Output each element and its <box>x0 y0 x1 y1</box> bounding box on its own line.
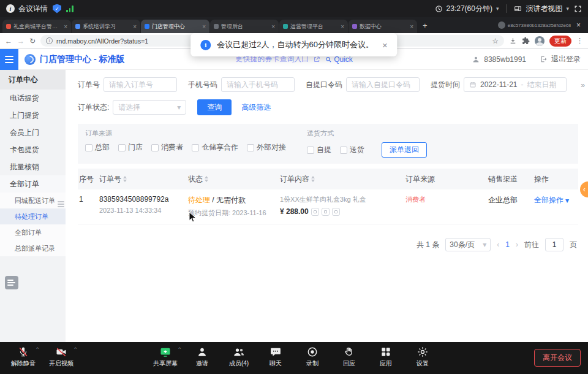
bookmark-star-icon[interactable]: ☆ <box>492 37 499 45</box>
toast-close-icon[interactable]: × <box>382 40 388 50</box>
browser-menu-kebab-icon[interactable]: ⋮ <box>576 37 583 45</box>
sidebar-item-member-visit[interactable]: 会员上门 <box>0 124 66 141</box>
sidebar-item-batch-verify[interactable]: 批量核销 <box>0 158 66 175</box>
dispatch-return-button[interactable]: 派单退回 <box>382 142 427 158</box>
reload-icon[interactable]: ↻ <box>29 37 36 45</box>
site-info-icon[interactable]: i <box>46 37 53 44</box>
order-no-text: 8385934508899792a <box>99 195 188 204</box>
sort-icon[interactable] <box>311 176 315 182</box>
forward-icon[interactable]: → <box>17 37 24 45</box>
date-range-picker[interactable]: 2022-11-21 - 结束日期 <box>464 77 567 92</box>
view-mode-label: 演讲者视图 <box>526 4 562 14</box>
start-video-button[interactable]: ^ 开启视频 <box>44 346 78 368</box>
sort-icon[interactable] <box>123 176 127 182</box>
sidebar-group-all-orders[interactable]: 全部订单 <box>0 175 66 193</box>
reactions-button[interactable]: 回应 <box>332 346 366 368</box>
tab-title: 系统培训学习 <box>83 23 130 31</box>
checkbox-self-pickup[interactable]: 自提 <box>307 145 331 155</box>
col-order-no[interactable]: 订单号 <box>99 174 188 185</box>
checkbox-consumer[interactable]: 消费者 <box>151 142 183 153</box>
back-icon[interactable]: ← <box>5 37 12 45</box>
caret-up-icon[interactable]: ^ <box>178 346 181 351</box>
settings-button[interactable]: 设置 <box>405 346 440 368</box>
browser-avatar[interactable] <box>535 36 545 46</box>
browser-profile-chip[interactable]: e8c573980b1328a258fd2e6li <box>498 21 571 29</box>
next-page-button[interactable]: › <box>516 240 518 249</box>
sidebar-section-order-center[interactable]: 订单中心 <box>0 70 66 90</box>
table-row[interactable]: 1 8385934508899792a 2023-11-13 14:33:34 … <box>78 189 578 224</box>
order-status-select[interactable]: 请选择 ▾ <box>113 100 186 115</box>
pickup-code-input[interactable] <box>346 77 420 92</box>
browser-tab-5[interactable]: 运营管理平台 × <box>279 20 348 33</box>
checkbox-warehouse-coop[interactable]: 仓储享合作 <box>192 142 238 153</box>
prev-page-button[interactable]: ‹ <box>497 240 499 249</box>
sidebar-subitem-all-orders[interactable]: 全部订单 <box>0 224 66 240</box>
window-close-icon[interactable]: × <box>571 21 586 29</box>
meeting-details-button[interactable]: i 会议详情 <box>6 4 48 14</box>
invite-button[interactable]: 邀请 <box>185 346 219 368</box>
extensions-puzzle-icon[interactable] <box>522 37 530 45</box>
caret-up-icon[interactable]: ^ <box>36 346 39 351</box>
sidebar-item-phone-pickup[interactable]: 电话提货 <box>0 90 66 107</box>
cell-content: 1份XX生鲜羊肉礼盒3kg 礼盒 ¥ 288.00 <box>280 195 405 216</box>
sidebar-toggle-button[interactable] <box>0 49 18 70</box>
advanced-filter-link[interactable]: 高级筛选 <box>241 102 271 113</box>
tab-close-icon[interactable]: × <box>64 23 67 30</box>
apps-button[interactable]: 应用 <box>369 346 403 368</box>
phone-input[interactable] <box>221 77 295 92</box>
leave-meeting-button[interactable]: 离开会议 <box>534 349 581 367</box>
view-mode-switcher[interactable]: 演讲者视图 ▾ <box>514 4 569 14</box>
user-icon <box>472 55 480 64</box>
tab-close-icon[interactable]: × <box>202 23 206 30</box>
order-no-input[interactable] <box>104 77 177 92</box>
security-shield-icon[interactable]: ✓ <box>53 4 61 13</box>
caret-up-icon[interactable]: ^ <box>74 346 77 351</box>
browser-tab-3-active[interactable]: 门店管理中心 × <box>141 20 209 33</box>
sidebar-subitem-city-delivery[interactable]: 同城配送订单 <box>0 193 66 208</box>
sidebar: 订单中心 电话提货 上门提货 会员上门 卡包提货 批量核销 全部订单 同城配送订… <box>0 70 66 342</box>
tab-close-icon[interactable]: × <box>410 23 413 30</box>
sidebar-item-card-pickup[interactable]: 卡包提货 <box>0 141 66 158</box>
collapse-filters-icon[interactable]: » <box>581 81 585 90</box>
tab-close-icon[interactable]: × <box>133 23 137 30</box>
download-icon[interactable] <box>509 37 517 45</box>
browser-tab-1[interactable]: 礼盒商城平台管理中心 × <box>2 20 71 33</box>
sidebar-subitem-hq-dispatch-log[interactable]: 总部派单记录 <box>0 240 66 256</box>
sort-icon[interactable] <box>205 176 208 182</box>
browser-update-button[interactable]: 更新 <box>549 36 571 47</box>
page-number-button[interactable]: 1 <box>505 240 510 249</box>
record-button[interactable]: 录制 <box>295 346 330 368</box>
logout-button[interactable]: 退出登录 <box>551 54 581 64</box>
sidebar-item-door-pickup[interactable]: 上门提货 <box>0 107 66 124</box>
sidebar-resize-handle[interactable] <box>58 201 64 207</box>
checkbox-external[interactable]: 外部对接 <box>247 142 286 153</box>
browser-tab-4[interactable]: 管理后台 × <box>210 20 279 33</box>
members-button[interactable]: 成员(4) <box>222 346 256 368</box>
share-screen-button[interactable]: ^ 共享屏幕 <box>148 346 183 368</box>
page-size-select[interactable]: 30条/页 ▾ <box>445 238 491 251</box>
col-content[interactable]: 订单内容 <box>280 174 405 185</box>
checkbox-hq[interactable]: 总部 <box>85 142 110 153</box>
order-tag-icon <box>311 208 319 216</box>
app-logo[interactable]: 门店管理中心 - 标准版 <box>24 54 124 65</box>
username-text[interactable]: 8385wb1991 <box>484 55 526 64</box>
chat-button[interactable]: 聊天 <box>258 346 293 368</box>
tab-close-icon[interactable]: × <box>271 23 275 30</box>
sidebar-subitem-pending-orders[interactable]: 待处理订单 <box>0 208 66 224</box>
sidebar-collapsed-menu-icon[interactable] <box>5 276 18 289</box>
checkbox-store[interactable]: 门店 <box>118 142 143 153</box>
search-button[interactable]: 查询 <box>197 99 232 115</box>
row-action-dropdown[interactable]: 全部操作 ▾ <box>534 195 578 205</box>
fullscreen-icon[interactable] <box>574 5 582 13</box>
checkbox-delivery[interactable]: 送货 <box>340 145 364 155</box>
tab-title: 门店管理中心 <box>152 23 200 31</box>
meeting-timer[interactable]: 23:27(60分钟) ▾ <box>435 4 499 14</box>
tab-close-icon[interactable]: × <box>341 23 344 30</box>
calendar-icon <box>469 81 477 88</box>
unmute-button[interactable]: ^ 解除静音 <box>6 346 40 368</box>
col-status[interactable]: 状态 <box>188 174 280 185</box>
new-tab-button[interactable]: + <box>418 21 432 30</box>
browser-tab-6[interactable]: 数据中心 × <box>349 20 417 33</box>
browser-tab-2[interactable]: 系统培训学习 × <box>72 20 140 33</box>
goto-page-input[interactable] <box>545 238 564 251</box>
